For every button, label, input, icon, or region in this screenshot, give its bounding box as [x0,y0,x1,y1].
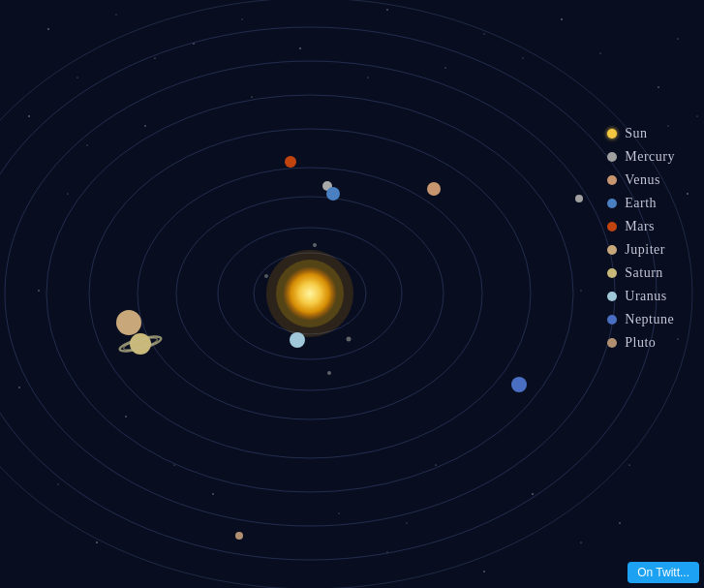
svg-point-27 [68,194,69,195]
planet-legend: Sun Mercury Venus Earth Mars Jupiter Sat… [607,126,675,351]
sun[interactable] [283,266,337,321]
legend-item-mercury[interactable]: Mercury [607,149,675,165]
twitter-button[interactable]: On Twitt... [627,562,699,583]
svg-point-59 [327,371,331,375]
svg-point-29 [581,291,582,292]
uranus-label: Uranus [625,289,666,304]
venus-planet[interactable] [427,182,441,196]
mars-label: Mars [625,219,655,234]
svg-point-58 [347,337,352,342]
saturn-label: Saturn [625,265,663,281]
pluto-planet[interactable] [235,532,243,540]
legend-item-sun[interactable]: Sun [607,126,675,141]
svg-point-20 [483,571,484,572]
svg-point-37 [144,125,145,126]
legend-item-venus[interactable]: Venus [607,172,675,188]
svg-point-18 [96,542,98,543]
uranus-planet[interactable] [290,332,305,348]
saturn-planet[interactable] [130,333,151,355]
svg-point-40 [299,47,301,49]
saturn-dot [607,268,617,278]
pluto-label: Pluto [625,335,656,351]
svg-point-25 [435,464,436,465]
neptune-label: Neptune [625,312,674,327]
svg-point-57 [264,274,268,278]
sun-label: Sun [625,126,647,141]
svg-point-5 [154,57,155,58]
svg-point-36 [523,58,524,59]
svg-point-10 [561,18,563,20]
earth-label: Earth [625,196,657,211]
legend-item-pluto[interactable]: Pluto [607,335,675,351]
svg-point-3 [193,43,194,44]
svg-point-24 [339,513,340,514]
svg-point-13 [658,86,658,87]
legend-item-neptune[interactable]: Neptune [607,312,675,327]
jupiter-label: Jupiter [625,242,665,258]
svg-point-26 [532,493,534,495]
svg-point-21 [580,542,581,542]
svg-point-38 [87,145,88,146]
svg-point-33 [619,522,620,523]
legend-item-earth[interactable]: Earth [607,196,675,211]
svg-point-28 [38,290,39,291]
svg-point-19 [387,552,388,553]
svg-point-22 [174,465,175,466]
mars-planet[interactable] [285,156,296,168]
legend-item-jupiter[interactable]: Jupiter [607,242,675,258]
venus-label: Venus [625,172,660,188]
svg-point-8 [386,9,387,10]
uranus-dot [607,292,617,301]
svg-point-39 [251,96,252,97]
svg-point-31 [687,193,689,195]
svg-point-7 [242,19,243,20]
svg-point-23 [212,493,213,494]
pluto-dot [607,338,617,348]
svg-point-12 [677,38,678,39]
svg-point-35 [444,67,445,68]
sun-dot [607,129,617,139]
mars-dot [607,222,617,232]
svg-point-2 [116,15,117,15]
asteroid-or-moon [575,195,583,202]
svg-point-30 [677,338,678,339]
jupiter-dot [607,245,617,255]
jupiter-planet[interactable] [116,310,141,335]
svg-point-6 [28,115,30,117]
svg-point-1 [47,28,49,30]
legend-item-uranus[interactable]: Uranus [607,289,675,304]
svg-point-15 [628,464,629,465]
svg-point-14 [697,116,698,117]
svg-point-56 [313,243,317,247]
neptune-planet[interactable] [511,377,527,392]
venus-dot [607,175,617,185]
svg-point-42 [125,416,126,417]
legend-item-saturn[interactable]: Saturn [607,265,675,281]
svg-point-34 [368,77,369,78]
svg-point-4 [77,77,78,78]
mercury-label: Mercury [625,149,675,165]
earth-dot [607,199,617,208]
svg-point-16 [18,387,19,387]
svg-point-41 [407,523,408,524]
mercury-dot [607,152,617,162]
svg-point-11 [600,53,601,54]
svg-point-9 [484,34,485,35]
legend-item-mars[interactable]: Mars [607,219,675,234]
neptune-dot [607,315,617,325]
earth-planet[interactable] [326,187,340,201]
svg-point-17 [58,484,59,485]
